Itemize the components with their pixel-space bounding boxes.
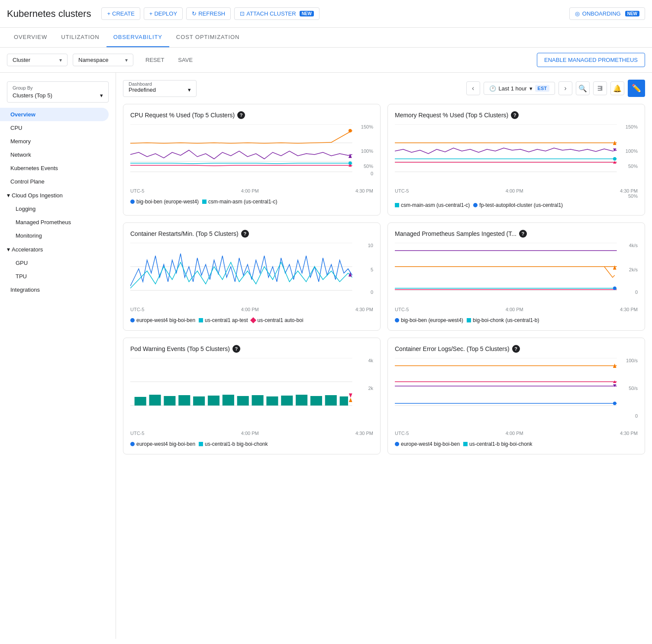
sidebar-parent-accelerators[interactable]: ▾ Accelerators <box>0 242 116 256</box>
sidebar-child-tpu[interactable]: TPU <box>0 270 116 283</box>
tab-cost-optimization[interactable]: COST OPTIMIZATION <box>169 28 246 47</box>
cpu-legend-2: csm-main-asm (us-central1-c) <box>202 199 277 205</box>
memory-y-mid: 100% <box>626 148 638 154</box>
time-controls: ‹ 🕐 Last 1 hour ▾ EST › 🔍 🔔 <box>466 80 645 97</box>
prometheus-chart-area: 4k/s 2k/s 0 <box>395 243 638 303</box>
chart-grid: CPU Request % Used (Top 5 Clusters) ? 15… <box>123 104 645 454</box>
svg-point-19 <box>613 157 616 161</box>
restarts-y-max: 10 <box>368 243 373 248</box>
dashboard-value: Predefined <box>129 87 156 93</box>
svg-marker-28 <box>613 265 616 270</box>
next-time-button[interactable]: › <box>558 81 572 95</box>
restarts-legend-3: us-central1 auto-boi <box>251 317 303 323</box>
svg-marker-55 <box>613 384 616 387</box>
cpu-help-icon[interactable]: ? <box>237 111 245 119</box>
tab-overview[interactable]: OVERVIEW <box>7 28 54 47</box>
sidebar-parent-cloud-ops[interactable]: ▾ Cloud Ops Ingestion <box>0 188 116 202</box>
onboarding-icon: ◎ <box>575 10 580 17</box>
create-icon: + <box>107 10 110 17</box>
deploy-icon: + <box>149 10 153 17</box>
sidebar-item-control-plane[interactable]: Control Plane <box>0 175 116 188</box>
prometheus-legend-1: big-boi-ben (europe-west4) <box>395 317 463 323</box>
svg-marker-10 <box>349 154 352 158</box>
restarts-help-icon[interactable]: ? <box>241 230 249 238</box>
sidebar: Group By Clusters (Top 5) ▾ Overview CPU… <box>0 73 116 639</box>
cpu-y-zero: 0 <box>371 171 373 176</box>
dashboard-label: Dashboard <box>129 81 191 87</box>
tab-observability[interactable]: OBSERVABILITY <box>107 28 169 47</box>
svg-rect-38 <box>208 396 219 406</box>
dashboard-controls: Dashboard Predefined ▾ ‹ 🕐 Last 1 hour ▾… <box>123 80 645 97</box>
sidebar-child-gpu[interactable]: GPU <box>0 256 116 270</box>
sidebar-child-logging[interactable]: Logging <box>0 202 116 216</box>
onboarding-button[interactable]: ◎ ONBOARDING NEW <box>569 7 645 20</box>
reset-button[interactable]: RESET <box>142 55 168 65</box>
refresh-button[interactable]: ↻ REFRESH <box>186 7 231 20</box>
group-by-select[interactable]: Clusters (Top 5) ▾ <box>13 92 103 99</box>
prometheus-legend: big-boi-ben (europe-west4) big-boi-chonk… <box>395 317 638 323</box>
prometheus-legend-2: big-boi-chonk (us-central1-b) <box>467 317 539 323</box>
sidebar-item-kubernetes-events[interactable]: Kubernetes Events <box>0 161 116 175</box>
edit-icon: ✏️ <box>632 84 641 93</box>
prometheus-chart-title: Managed Prometheus Samples Ingested (T..… <box>395 230 638 238</box>
svg-point-56 <box>613 402 616 405</box>
sidebar-child-monitoring[interactable]: Monitoring <box>0 229 116 242</box>
restarts-chart-svg <box>130 243 373 299</box>
pod-warning-legend-2: us-central1-b big-boi-chonk <box>199 441 268 447</box>
error-logs-chart-area: 100/s 50/s 0 <box>395 358 638 427</box>
prometheus-x-labels: UTC-5 4:00 PM 4:30 PM <box>395 307 638 314</box>
namespace-select[interactable]: Namespace ▾ <box>73 54 133 66</box>
compare-button[interactable] <box>593 81 607 95</box>
memory-chart-card: Memory Request % Used (Top 5 Clusters) ?… <box>387 104 645 216</box>
tab-utilization[interactable]: UTILIZATION <box>54 28 107 47</box>
sidebar-item-cpu[interactable]: CPU <box>0 121 116 135</box>
memory-help-icon[interactable]: ? <box>511 111 519 119</box>
cpu-y-low: 50% <box>364 164 373 169</box>
legend-dot-1 <box>130 200 135 204</box>
sidebar-item-overview[interactable]: Overview <box>0 108 109 121</box>
sidebar-item-memory[interactable]: Memory <box>0 135 116 148</box>
restarts-y-zero: 0 <box>371 290 373 295</box>
pod-warning-legend: europe-west4 big-boi-ben us-central1-b b… <box>130 441 373 447</box>
memory-legend: csm-main-asm (us-central1-c) fp-test-aut… <box>395 202 638 208</box>
enable-managed-prometheus-button[interactable]: ENABLE MANAGED PROMETHEUS <box>537 53 645 67</box>
time-range-button[interactable]: 🕐 Last 1 hour ▾ EST <box>484 82 555 95</box>
pod-warning-help-icon[interactable]: ? <box>232 345 240 353</box>
svg-rect-37 <box>193 396 205 406</box>
svg-rect-39 <box>223 395 234 406</box>
alert-button[interactable]: 🔔 <box>610 81 624 95</box>
save-button[interactable]: SAVE <box>174 55 196 65</box>
sidebar-item-integrations[interactable]: Integrations <box>0 283 116 296</box>
prometheus-help-icon[interactable]: ? <box>519 230 527 238</box>
create-button[interactable]: + CREATE <box>101 7 140 20</box>
deploy-button[interactable]: + DEPLOY <box>144 7 183 20</box>
dashboard-select-container[interactable]: Dashboard Predefined ▾ <box>123 80 197 97</box>
cluster-select[interactable]: Cluster ▾ <box>7 54 68 66</box>
svg-rect-33 <box>135 397 146 406</box>
restarts-chart-title: Container Restarts/Min. (Top 5 Clusters)… <box>130 230 373 238</box>
group-by-box[interactable]: Group By Clusters (Top 5) ▾ <box>7 81 109 103</box>
svg-point-29 <box>613 287 616 290</box>
svg-rect-45 <box>310 396 322 406</box>
edit-button[interactable]: ✏️ <box>628 80 645 97</box>
svg-rect-47 <box>340 396 348 406</box>
sidebar-item-network[interactable]: Network <box>0 148 116 161</box>
svg-rect-36 <box>178 395 190 406</box>
attach-cluster-button[interactable]: ⊡ ATTACH CLUSTER NEW <box>234 7 320 20</box>
svg-rect-46 <box>325 395 337 406</box>
restarts-x-labels: UTC-5 4:00 PM 4:30 PM <box>130 307 373 314</box>
expand-icon-cloud-ops: ▾ <box>7 192 10 199</box>
svg-rect-42 <box>266 396 278 406</box>
error-logs-help-icon[interactable]: ? <box>512 345 520 353</box>
memory-y-max: 150% <box>626 124 638 129</box>
error-logs-x-labels: UTC-5 4:00 PM 4:30 PM <box>395 431 638 438</box>
svg-rect-43 <box>281 396 293 406</box>
dashboard-arrow: ▾ <box>188 87 191 93</box>
error-logs-legend-2: us-central1-b big-boi-chonk <box>463 441 532 447</box>
prometheus-y-zero: 0 <box>635 290 638 295</box>
sidebar-child-managed-prometheus[interactable]: Managed Prometheus <box>0 216 116 229</box>
cpu-y-max: 150% <box>361 124 373 129</box>
search-button[interactable]: 🔍 <box>576 81 590 95</box>
svg-point-9 <box>349 129 352 132</box>
prev-time-button[interactable]: ‹ <box>466 81 480 95</box>
